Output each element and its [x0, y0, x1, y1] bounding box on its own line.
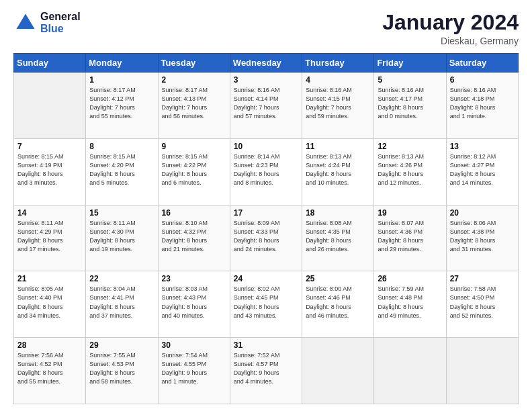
col-sunday: Sunday [14, 54, 86, 73]
calendar-cell: 22Sunrise: 8:04 AM Sunset: 4:41 PM Dayli… [86, 271, 158, 338]
day-info: Sunrise: 7:59 AM Sunset: 4:48 PM Dayligh… [378, 285, 442, 320]
calendar-cell: 26Sunrise: 7:59 AM Sunset: 4:48 PM Dayli… [374, 271, 446, 338]
day-number: 4 [306, 75, 370, 85]
header: General Blue January 2024 Dieskau, Germa… [13, 11, 519, 46]
day-number: 21 [17, 274, 82, 283]
calendar-cell: 23Sunrise: 8:03 AM Sunset: 4:43 PM Dayli… [158, 271, 230, 338]
logo-text: General Blue [40, 11, 81, 34]
day-info: Sunrise: 8:13 AM Sunset: 4:26 PM Dayligh… [378, 152, 442, 187]
calendar-cell: 29Sunrise: 7:55 AM Sunset: 4:53 PM Dayli… [86, 338, 158, 404]
day-number: 20 [450, 208, 515, 218]
day-number: 29 [89, 340, 154, 350]
calendar-cell: 14Sunrise: 8:11 AM Sunset: 4:29 PM Dayli… [14, 205, 86, 271]
calendar-cell: 24Sunrise: 8:02 AM Sunset: 4:45 PM Dayli… [230, 271, 302, 338]
day-info: Sunrise: 8:06 AM Sunset: 4:38 PM Dayligh… [450, 219, 515, 254]
day-number: 16 [162, 208, 226, 218]
day-number: 30 [162, 340, 226, 350]
day-info: Sunrise: 8:15 AM Sunset: 4:19 PM Dayligh… [17, 152, 82, 187]
col-thursday: Thursday [302, 54, 374, 73]
month-year: January 2024 [382, 11, 519, 34]
calendar-cell: 3Sunrise: 8:16 AM Sunset: 4:14 PM Daylig… [230, 73, 302, 139]
day-number: 23 [162, 274, 226, 283]
calendar-cell: 17Sunrise: 8:09 AM Sunset: 4:33 PM Dayli… [230, 205, 302, 271]
calendar-cell [374, 338, 446, 404]
day-info: Sunrise: 7:54 AM Sunset: 4:55 PM Dayligh… [162, 351, 226, 386]
calendar-cell [446, 338, 518, 404]
day-number: 19 [378, 208, 442, 218]
day-info: Sunrise: 8:09 AM Sunset: 4:33 PM Dayligh… [234, 219, 298, 254]
calendar-cell: 18Sunrise: 8:08 AM Sunset: 4:35 PM Dayli… [302, 205, 374, 271]
day-number: 11 [306, 142, 370, 151]
day-info: Sunrise: 8:05 AM Sunset: 4:40 PM Dayligh… [17, 285, 82, 320]
day-number: 1 [89, 75, 154, 85]
calendar-cell: 8Sunrise: 8:15 AM Sunset: 4:20 PM Daylig… [86, 138, 158, 205]
calendar-cell: 31Sunrise: 7:52 AM Sunset: 4:57 PM Dayli… [230, 338, 302, 404]
calendar-cell: 10Sunrise: 8:14 AM Sunset: 4:23 PM Dayli… [230, 138, 302, 205]
calendar-cell: 1Sunrise: 8:17 AM Sunset: 4:12 PM Daylig… [86, 73, 158, 139]
day-info: Sunrise: 8:07 AM Sunset: 4:36 PM Dayligh… [378, 219, 442, 254]
calendar-cell: 27Sunrise: 7:58 AM Sunset: 4:50 PM Dayli… [446, 271, 518, 338]
calendar-week-2: 14Sunrise: 8:11 AM Sunset: 4:29 PM Dayli… [14, 205, 519, 271]
day-info: Sunrise: 8:15 AM Sunset: 4:20 PM Dayligh… [89, 152, 154, 187]
calendar-cell: 2Sunrise: 8:17 AM Sunset: 4:13 PM Daylig… [158, 73, 230, 139]
calendar-week-3: 21Sunrise: 8:05 AM Sunset: 4:40 PM Dayli… [14, 271, 519, 338]
day-number: 25 [306, 274, 370, 283]
logo-blue: Blue [40, 23, 64, 34]
calendar-cell [302, 338, 374, 404]
day-number: 22 [89, 274, 154, 283]
calendar-cell: 19Sunrise: 8:07 AM Sunset: 4:36 PM Dayli… [374, 205, 446, 271]
day-info: Sunrise: 8:00 AM Sunset: 4:46 PM Dayligh… [306, 285, 370, 320]
day-info: Sunrise: 8:16 AM Sunset: 4:18 PM Dayligh… [450, 86, 515, 121]
day-number: 12 [378, 142, 442, 151]
day-info: Sunrise: 8:11 AM Sunset: 4:30 PM Dayligh… [89, 219, 154, 254]
day-number: 10 [234, 142, 298, 151]
calendar-cell: 25Sunrise: 8:00 AM Sunset: 4:46 PM Dayli… [302, 271, 374, 338]
calendar-cell: 7Sunrise: 8:15 AM Sunset: 4:19 PM Daylig… [14, 138, 86, 205]
calendar-cell: 4Sunrise: 8:16 AM Sunset: 4:15 PM Daylig… [302, 73, 374, 139]
day-info: Sunrise: 8:17 AM Sunset: 4:13 PM Dayligh… [162, 86, 226, 121]
calendar-cell: 30Sunrise: 7:54 AM Sunset: 4:55 PM Dayli… [158, 338, 230, 404]
day-number: 27 [450, 274, 515, 283]
col-friday: Friday [374, 54, 446, 73]
day-number: 13 [450, 142, 515, 151]
calendar-cell: 9Sunrise: 8:15 AM Sunset: 4:22 PM Daylig… [158, 138, 230, 205]
day-info: Sunrise: 8:08 AM Sunset: 4:35 PM Dayligh… [306, 219, 370, 254]
col-wednesday: Wednesday [230, 54, 302, 73]
calendar-cell: 15Sunrise: 8:11 AM Sunset: 4:30 PM Dayli… [86, 205, 158, 271]
svg-rect-1 [22, 24, 30, 29]
day-info: Sunrise: 7:52 AM Sunset: 4:57 PM Dayligh… [234, 351, 298, 386]
day-number: 26 [378, 274, 442, 283]
calendar-header-row: Sunday Monday Tuesday Wednesday Thursday… [14, 54, 519, 73]
day-number: 5 [378, 75, 442, 85]
day-number: 18 [306, 208, 370, 218]
calendar-cell: 11Sunrise: 8:13 AM Sunset: 4:24 PM Dayli… [302, 138, 374, 205]
day-info: Sunrise: 8:15 AM Sunset: 4:22 PM Dayligh… [162, 152, 226, 187]
calendar-cell: 16Sunrise: 8:10 AM Sunset: 4:32 PM Dayli… [158, 205, 230, 271]
day-number: 2 [162, 75, 226, 85]
day-number: 15 [89, 208, 154, 218]
calendar-week-0: 1Sunrise: 8:17 AM Sunset: 4:12 PM Daylig… [14, 73, 519, 139]
calendar-cell: 6Sunrise: 8:16 AM Sunset: 4:18 PM Daylig… [446, 73, 518, 139]
day-info: Sunrise: 8:14 AM Sunset: 4:23 PM Dayligh… [234, 152, 298, 187]
day-info: Sunrise: 8:16 AM Sunset: 4:15 PM Dayligh… [306, 86, 370, 121]
day-info: Sunrise: 8:17 AM Sunset: 4:12 PM Dayligh… [89, 86, 154, 121]
page: General Blue January 2024 Dieskau, Germa… [0, 0, 532, 411]
day-info: Sunrise: 7:58 AM Sunset: 4:50 PM Dayligh… [450, 285, 515, 320]
calendar-cell: 13Sunrise: 8:12 AM Sunset: 4:27 PM Dayli… [446, 138, 518, 205]
calendar-cell: 28Sunrise: 7:56 AM Sunset: 4:52 PM Dayli… [14, 338, 86, 404]
day-info: Sunrise: 8:02 AM Sunset: 4:45 PM Dayligh… [234, 285, 298, 320]
title-block: January 2024 Dieskau, Germany [382, 11, 519, 46]
day-number: 31 [234, 340, 298, 350]
day-info: Sunrise: 8:16 AM Sunset: 4:14 PM Dayligh… [234, 86, 298, 121]
day-info: Sunrise: 7:56 AM Sunset: 4:52 PM Dayligh… [17, 351, 82, 386]
calendar-cell: 20Sunrise: 8:06 AM Sunset: 4:38 PM Dayli… [446, 205, 518, 271]
col-monday: Monday [86, 54, 158, 73]
day-number: 6 [450, 75, 515, 85]
day-info: Sunrise: 7:55 AM Sunset: 4:53 PM Dayligh… [89, 351, 154, 386]
day-number: 28 [17, 340, 82, 350]
calendar-cell: 21Sunrise: 8:05 AM Sunset: 4:40 PM Dayli… [14, 271, 86, 338]
day-info: Sunrise: 8:12 AM Sunset: 4:27 PM Dayligh… [450, 152, 515, 187]
calendar-cell: 12Sunrise: 8:13 AM Sunset: 4:26 PM Dayli… [374, 138, 446, 205]
calendar-week-1: 7Sunrise: 8:15 AM Sunset: 4:19 PM Daylig… [14, 138, 519, 205]
calendar-cell [14, 73, 86, 139]
